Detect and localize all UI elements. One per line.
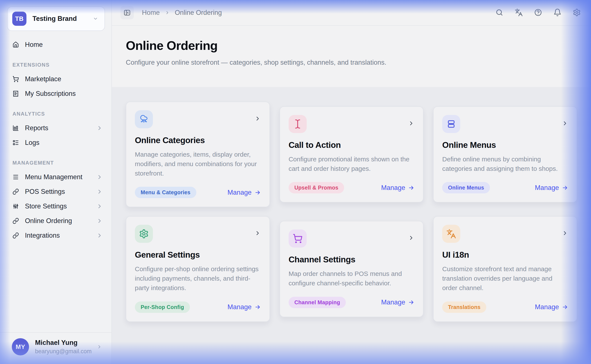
help-icon [534, 8, 542, 17]
avatar: MY [12, 338, 29, 355]
manage-link[interactable]: Manage [227, 189, 261, 196]
sidebar-toggle-icon [123, 9, 131, 16]
sidebar-item-online-ordering[interactable]: Online Ordering [0, 214, 111, 228]
sidebar-toggle-button[interactable] [120, 6, 134, 19]
sliders-icon [13, 203, 19, 209]
sidebar-item-store-settings[interactable]: Store Settings [0, 199, 111, 214]
shopping-cart-icon [13, 76, 19, 82]
chevron-right-icon [96, 125, 103, 131]
help-button[interactable] [534, 8, 542, 17]
card-ui-i18n[interactable]: UI i18n Customize storefront text and ma… [433, 216, 577, 322]
sidebar-item-label: Store Settings [25, 202, 90, 210]
manage-link[interactable]: Manage [535, 184, 568, 192]
gear-icon [573, 8, 581, 17]
card-channel-settings[interactable]: Channel Settings Map order channels to P… [279, 221, 424, 317]
chevron-right-icon [96, 232, 103, 239]
sidebar-item-integrations[interactable]: Integrations [0, 228, 111, 243]
card-chevron-button[interactable] [254, 115, 261, 123]
link-icon [13, 232, 19, 239]
card-chevron-button[interactable] [408, 120, 414, 127]
app-window: TB Testing Brand Home EXTENSIONS Marketp… [0, 0, 591, 364]
card-online-menus[interactable]: Online Menus Define online menus by comb… [433, 106, 577, 202]
notifications-button[interactable] [553, 8, 562, 17]
sidebar-item-label: Home [25, 41, 103, 49]
sidebar-item-marketplace[interactable]: Marketplace [0, 72, 111, 86]
arrow-right-icon [254, 189, 261, 196]
sidebar-section-extensions: EXTENSIONS [0, 52, 111, 72]
sidebar-item-my-subscriptions[interactable]: My Subscriptions [0, 86, 111, 101]
status-badge: Menu & Categories [135, 187, 196, 198]
breadcrumb-home[interactable]: Home [142, 9, 160, 17]
gear-icon [135, 225, 153, 243]
bell-icon [553, 8, 562, 17]
arrow-right-icon [562, 185, 568, 191]
card-title: Online Categories [135, 136, 261, 145]
sidebar-item-home[interactable]: Home [0, 37, 111, 52]
sidebar-item-logs[interactable]: Logs [0, 135, 111, 150]
manage-label: Manage [535, 303, 559, 311]
card-chevron-button[interactable] [562, 120, 568, 127]
sidebar: TB Testing Brand Home EXTENSIONS Marketp… [0, 0, 112, 364]
stacked-menus-icon [442, 115, 460, 133]
page-subtitle: Configure your online storefront — categ… [126, 59, 577, 66]
main-area: Home Online Ordering [112, 0, 591, 364]
manage-label: Manage [535, 184, 559, 192]
breadcrumb: Home Online Ordering [142, 9, 222, 17]
card-description: Map order channels to POS menus and conf… [289, 269, 415, 288]
chevron-right-icon [254, 230, 261, 236]
list-icon [13, 139, 19, 146]
languages-icon [442, 225, 460, 243]
card-description: Manage categories, items, display order,… [135, 150, 261, 178]
brand-switcher[interactable]: TB Testing Brand [7, 6, 105, 31]
sidebar-item-pos-settings[interactable]: POS Settings [0, 184, 111, 199]
manage-link[interactable]: Manage [535, 303, 568, 311]
manage-label: Manage [227, 303, 252, 311]
manage-link[interactable]: Manage [381, 184, 414, 192]
status-badge: Translations [442, 301, 486, 313]
topbar-actions [495, 8, 581, 17]
link-icon [13, 218, 19, 224]
text-cursor-icon [289, 115, 307, 133]
status-badge: Online Menus [442, 182, 490, 193]
page-title: Online Ordering [126, 38, 577, 53]
language-button[interactable] [514, 8, 523, 17]
settings-button[interactable] [572, 8, 581, 17]
sidebar-item-reports[interactable]: Reports [0, 121, 111, 135]
topbar: Home Online Ordering [112, 0, 591, 26]
chevron-right-icon [165, 10, 170, 15]
chevron-right-icon [562, 120, 568, 127]
card-online-categories[interactable]: Online Categories Manage categories, ite… [126, 102, 270, 207]
manage-link[interactable]: Manage [381, 299, 414, 306]
card-chevron-button[interactable] [562, 230, 568, 237]
breadcrumb-current: Online Ordering [175, 9, 222, 17]
sidebar-item-label: Logs [25, 139, 103, 147]
user-menu[interactable]: MY Michael Yung bearyung@gmail.com [0, 332, 111, 364]
card-general-settings[interactable]: General Settings Configure per-shop onli… [126, 216, 270, 322]
sidebar-item-menu-management[interactable]: Menu Management [0, 170, 111, 184]
manage-label: Manage [227, 189, 252, 196]
manage-link[interactable]: Manage [227, 303, 261, 311]
card-title: Online Menus [442, 140, 568, 150]
chevron-down-icon [93, 16, 98, 21]
sidebar-item-label: POS Settings [25, 188, 90, 195]
brand-name: Testing Brand [33, 15, 87, 23]
chevron-right-icon [408, 235, 414, 241]
card-chevron-button[interactable] [408, 235, 414, 242]
sidebar-item-label: Marketplace [25, 75, 103, 83]
arrow-right-icon [408, 185, 414, 191]
card-call-to-action[interactable]: Call to Action Configure promotional ite… [279, 106, 424, 202]
sidebar-item-label: Menu Management [25, 173, 90, 181]
brand-avatar: TB [12, 12, 27, 26]
search-button[interactable] [495, 8, 504, 17]
status-badge: Channel Mapping [289, 297, 346, 308]
sidebar-item-label: My Subscriptions [25, 90, 103, 98]
manage-label: Manage [381, 184, 405, 192]
sidebar-item-label: Online Ordering [25, 217, 90, 225]
chevron-right-icon [96, 218, 103, 224]
manage-label: Manage [381, 299, 405, 306]
card-title: Call to Action [289, 140, 415, 150]
chevron-right-icon [96, 188, 103, 195]
card-chevron-button[interactable] [254, 230, 261, 237]
chevron-right-icon [96, 203, 103, 209]
search-icon [495, 8, 504, 17]
